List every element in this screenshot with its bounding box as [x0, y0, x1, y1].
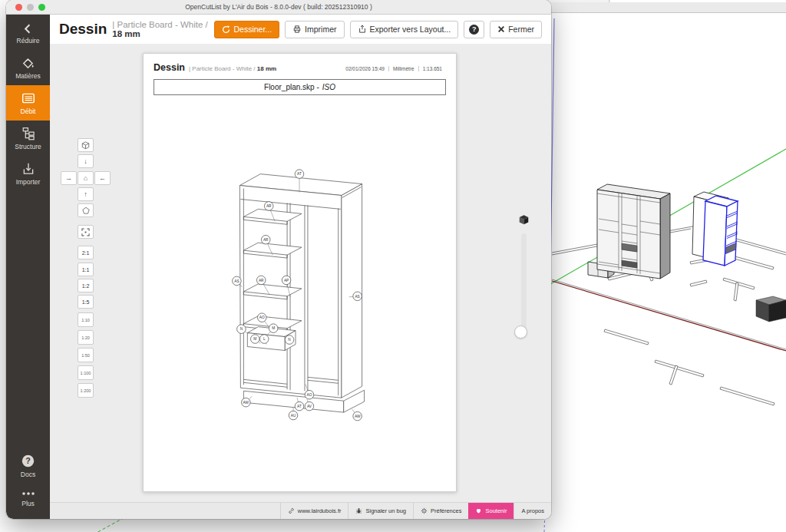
- window-title: OpenCutList by L'Air du Bois - 8.0.0-dev…: [185, 3, 372, 11]
- svg-text:AU: AU: [291, 414, 296, 418]
- chevron-left-icon: [22, 23, 34, 35]
- refresh-icon: [222, 25, 230, 34]
- close-icon: [497, 25, 505, 33]
- counter-3d[interactable]: [756, 296, 786, 322]
- scale-1-10-button[interactable]: 1:10: [78, 312, 94, 327]
- svg-text:M: M: [253, 337, 256, 341]
- close-button[interactable]: Fermer: [490, 21, 542, 38]
- minimize-window-button[interactable]: [27, 4, 34, 11]
- zoom-fit-button[interactable]: [78, 225, 94, 239]
- ellipsis-icon: [21, 490, 35, 497]
- scale-1-100-button[interactable]: 1:100: [78, 365, 94, 380]
- svg-text:AT: AT: [297, 405, 302, 408]
- svg-text:M: M: [272, 326, 275, 330]
- sidebar-item-docs[interactable]: ? Docs: [6, 448, 50, 484]
- footer-bar: www.lairdubois.fr Signaler un bug P: [50, 502, 551, 519]
- svg-text:AW: AW: [243, 401, 249, 405]
- page-title: Dessin: [59, 21, 107, 38]
- scale-2-1-button[interactable]: 2:1: [78, 246, 94, 259]
- zoom-window-button[interactable]: [38, 4, 45, 11]
- svg-text:AR: AR: [263, 238, 269, 242]
- support-heart-icon: [475, 507, 482, 514]
- export-icon: [358, 25, 367, 34]
- iso-view-button[interactable]: [78, 138, 94, 152]
- close-window-button[interactable]: [15, 4, 22, 11]
- structure-icon: [21, 127, 35, 140]
- printer-icon: [292, 25, 302, 34]
- sidebar-item-structure[interactable]: Structure: [6, 121, 50, 156]
- draw-button[interactable]: Dessiner...: [214, 21, 279, 38]
- view-right-button[interactable]: →: [61, 171, 77, 185]
- drawing-workspace: ↓ → ⌂ ← ↑ 2:1 1:1: [50, 44, 551, 502]
- cabinet-outline: [239, 174, 364, 412]
- footer-report-bug[interactable]: Signaler un bug: [348, 503, 413, 519]
- scale-1-1-button[interactable]: 1:1: [78, 263, 94, 276]
- sidebar-label: Importer: [16, 178, 41, 186]
- wardrobe-3d[interactable]: [588, 184, 670, 279]
- view-up-button[interactable]: ↑: [78, 187, 94, 201]
- explode-slider-handle[interactable]: [514, 325, 527, 339]
- svg-text:AS: AS: [355, 295, 359, 299]
- footer-preferences[interactable]: Préférences: [413, 503, 468, 519]
- plan-view-icon: [82, 207, 90, 214]
- sidebar-label: Docs: [21, 471, 35, 478]
- window-titlebar: OpenCutList by L'Air du Bois - 8.0.0-dev…: [6, 0, 551, 15]
- export-layout-button[interactable]: Exporter vers Layout...: [350, 21, 459, 38]
- footer-support-button[interactable]: Soutenir: [468, 503, 514, 519]
- sidebar-item-reduce[interactable]: Réduire: [6, 17, 50, 50]
- link-icon: [288, 507, 295, 514]
- svg-text:AS: AS: [234, 279, 239, 283]
- arrow-left-icon: ←: [99, 174, 106, 182]
- sidebar-item-more[interactable]: Plus: [6, 484, 50, 513]
- arrow-right-icon: →: [65, 174, 72, 182]
- footer-about[interactable]: A propos: [514, 503, 551, 519]
- svg-text:AW: AW: [355, 415, 361, 418]
- cabinet-drawing: ATARARASARAPASAONMMLNAOAWATAVAUAW: [144, 54, 456, 491]
- arrow-down-icon: ↓: [84, 157, 88, 165]
- scale-1-5-button[interactable]: 1:5: [78, 295, 94, 309]
- sidebar-item-materials[interactable]: Matières: [6, 50, 50, 85]
- fit-icon: [81, 228, 90, 236]
- sidebar-item-cutlist[interactable]: Débit: [6, 85, 50, 121]
- scale-1-50-button[interactable]: 1:50: [78, 348, 94, 362]
- page-subtitle: | Particle Board - White / 18 mm: [112, 20, 214, 38]
- plan-view-button[interactable]: [78, 203, 94, 217]
- svg-text:AR: AR: [266, 204, 272, 208]
- iso-cube-icon: [81, 141, 90, 150]
- import-icon: [21, 162, 35, 176]
- svg-text:AP: AP: [284, 279, 289, 283]
- bug-icon: [355, 507, 362, 514]
- view-home-button[interactable]: ⌂: [78, 171, 94, 185]
- explode-cube-icon: [518, 214, 530, 226]
- scale-1-2-button[interactable]: 1:2: [78, 279, 94, 292]
- sidebar: Réduire Matières Débit: [6, 15, 50, 519]
- sidebar-item-import[interactable]: Importer: [6, 156, 50, 191]
- sketchup-window-chrome: [537, 0, 786, 13]
- footer-website-link[interactable]: www.lairdubois.fr: [280, 503, 348, 519]
- scale-1-20-button[interactable]: 1:20: [78, 330, 94, 345]
- sidebar-label: Matières: [15, 72, 41, 80]
- print-button[interactable]: Imprimer: [285, 21, 344, 38]
- paint-bucket-icon: [21, 56, 35, 70]
- drawing-sheet[interactable]: Dessin | Particle Board - White / 18 mm …: [143, 53, 457, 492]
- sidebar-label: Débit: [21, 107, 36, 115]
- help-button[interactable]: ?: [464, 21, 484, 38]
- question-circle-icon: ?: [21, 454, 35, 468]
- floor-edge-red: [552, 281, 786, 351]
- svg-text:AO: AO: [259, 316, 265, 320]
- explode-slider-track[interactable]: [521, 233, 527, 333]
- traffic-lights: [15, 4, 45, 11]
- svg-text:N: N: [240, 327, 243, 331]
- sidebar-label: Réduire: [17, 37, 40, 45]
- svg-text:L: L: [263, 337, 266, 341]
- svg-text:AT: AT: [297, 172, 302, 176]
- view-down-button[interactable]: ↓: [78, 154, 94, 168]
- svg-text:AR: AR: [259, 279, 264, 283]
- arrow-up-icon: ↑: [84, 190, 88, 198]
- home-icon: ⌂: [84, 174, 88, 182]
- view-left-button[interactable]: ←: [94, 171, 111, 185]
- opencutlist-dialog: OpenCutList by L'Air du Bois - 8.0.0-dev…: [6, 0, 551, 519]
- scale-1-200-button[interactable]: 1:200: [78, 383, 94, 398]
- svg-text:?: ?: [25, 456, 31, 465]
- selected-cabinet-3d[interactable]: [703, 196, 738, 266]
